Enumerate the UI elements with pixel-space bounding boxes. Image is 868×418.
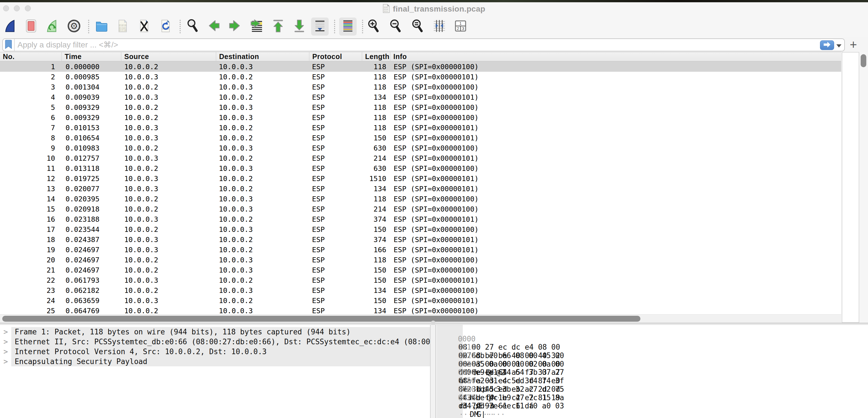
column-header-no[interactable]: No. (0, 52, 62, 61)
column-header-time[interactable]: Time (62, 52, 121, 61)
packet-length: 150 (362, 266, 391, 274)
packet-length: 118 (362, 73, 391, 81)
find-packet-button[interactable] (184, 19, 202, 34)
magnifier-icon (186, 19, 200, 34)
packet-no: 17 (0, 226, 62, 234)
chevron-right-icon[interactable]: > (0, 356, 11, 366)
resize-columns-button[interactable] (431, 19, 448, 34)
column-header-length[interactable]: Length (362, 52, 391, 61)
packet-row[interactable]: 16 0.023188 10.0.0.3 10.0.0.2 ESP 374 ES… (0, 214, 841, 224)
packet-row[interactable]: 14 0.020395 10.0.0.2 10.0.0.3 ESP 118 ES… (0, 194, 841, 204)
zoom-in-button[interactable] (365, 19, 382, 34)
packet-row[interactable]: 10 0.012757 10.0.0.3 10.0.0.2 ESP 214 ES… (0, 153, 841, 163)
packet-row[interactable]: 20 0.024697 10.0.0.2 10.0.0.3 ESP 118 ES… (0, 255, 841, 265)
chevron-right-icon[interactable]: > (0, 327, 11, 337)
close-document-icon (137, 19, 151, 34)
svg-text:01110: 01110 (119, 29, 126, 32)
filter-bookmark-button[interactable] (3, 39, 15, 51)
titlebar: 010101100111 final_transmission.pcap (0, 2, 868, 16)
packet-time: 0.020395 (62, 195, 121, 203)
packet-no: 22 (0, 276, 62, 285)
column-header-destination[interactable]: Destination (216, 52, 309, 61)
packet-row[interactable]: 23 0.062182 10.0.0.2 10.0.0.3 ESP 134 ES… (0, 285, 841, 295)
packet-row[interactable]: 13 0.020077 10.0.0.3 10.0.0.2 ESP 134 ES… (0, 184, 841, 194)
packet-row[interactable]: 9 0.010983 10.0.0.2 10.0.0.3 ESP 630 ESP… (0, 143, 841, 153)
hex-bytes-left: dd 7d 93 61 c6 da (459, 402, 562, 410)
packet-row[interactable]: 17 0.023544 10.0.0.2 10.0.0.3 ESP 150 ES… (0, 224, 841, 234)
packet-destination: 10.0.0.2 (216, 185, 309, 193)
column-header-info[interactable]: Info (391, 52, 841, 61)
packet-row[interactable]: 25 0.064769 10.0.0.2 10.0.0.3 ESP 134 ES… (0, 306, 841, 315)
packet-length: 150 (362, 134, 391, 142)
go-to-first-packet-button[interactable] (269, 19, 287, 34)
packet-destination: 10.0.0.2 (216, 154, 309, 162)
packet-row[interactable]: 21 0.024697 10.0.0.2 10.0.0.3 ESP 150 ES… (0, 265, 841, 275)
packet-protocol: ESP (309, 83, 362, 91)
capture-options-button[interactable]: ⚙ (65, 19, 83, 34)
add-filter-button[interactable]: + (847, 39, 860, 50)
detail-row[interactable]: > Encapsulating Security Payload (0, 356, 430, 366)
packet-row[interactable]: 19 0.024697 10.0.0.3 10.0.0.2 ESP 166 ES… (0, 245, 841, 255)
close-file-button[interactable] (135, 19, 153, 34)
start-capture-button[interactable] (1, 19, 19, 34)
packet-source: 10.0.0.3 (121, 185, 216, 193)
stop-capture-button[interactable] (22, 19, 40, 34)
packet-row[interactable]: 3 0.001304 10.0.0.2 10.0.0.3 ESP 118 ESP… (0, 82, 841, 92)
vertical-scrollbar[interactable] (860, 52, 868, 323)
packet-row[interactable]: 7 0.010153 10.0.0.3 10.0.0.2 ESP 118 ESP… (0, 123, 841, 133)
horizontal-scrollbar[interactable] (0, 315, 841, 323)
go-to-packet-button[interactable] (248, 19, 266, 34)
go-to-last-packet-button[interactable] (290, 19, 308, 34)
auto-scroll-toggle-button[interactable] (311, 18, 329, 36)
vertical-scrollbar-thumb[interactable] (861, 54, 866, 67)
packet-row[interactable]: 18 0.024387 10.0.0.3 10.0.0.2 ESP 374 ES… (0, 234, 841, 245)
horizontal-scrollbar-thumb[interactable] (2, 316, 641, 322)
packet-destination: 10.0.0.3 (216, 307, 309, 315)
column-header-protocol[interactable]: Protocol (309, 52, 362, 61)
packet-row[interactable]: 4 0.009039 10.0.0.3 10.0.0.2 ESP 134 ESP… (0, 92, 841, 102)
hex-row[interactable]: 0010 00 68 b7 ba 40 00 40 32 6e a5 0a 00… (436, 335, 868, 344)
packet-protocol: ESP (309, 63, 362, 71)
go-back-button[interactable] (205, 19, 223, 34)
packet-row[interactable]: 15 0.020918 10.0.0.2 10.0.0.3 ESP 214 ES… (0, 204, 841, 214)
detail-row[interactable]: > Ethernet II, Src: PCSSystemtec_db:e0:6… (0, 337, 430, 347)
display-filter-field[interactable] (2, 38, 845, 51)
packet-row[interactable]: 6 0.009329 10.0.0.2 10.0.0.3 ESP 118 ESP… (0, 112, 841, 123)
packet-source: 10.0.0.2 (121, 287, 216, 295)
packet-no: 7 (0, 124, 62, 132)
hex-row[interactable]: 0000 08 00 27 ec dc e4 08 00 27 db e0 66… (436, 327, 868, 335)
packet-row[interactable]: 22 0.061793 10.0.0.3 10.0.0.2 ESP 150 ES… (0, 275, 841, 285)
pane-splitter-vertical[interactable] (430, 325, 436, 418)
restart-capture-button[interactable] (43, 19, 61, 34)
layout-chooser-button[interactable]: 123 (452, 19, 469, 34)
display-filter-input[interactable] (18, 39, 805, 50)
packet-row[interactable]: 5 0.009329 10.0.0.2 10.0.0.3 ESP 118 ESP… (0, 102, 841, 112)
packet-length: 134 (362, 287, 391, 295)
zoom-out-button[interactable] (387, 19, 404, 34)
apply-filter-button[interactable] (820, 40, 834, 50)
filter-dropdown-caret[interactable] (836, 44, 841, 48)
packet-length: 374 (362, 215, 391, 223)
packet-row[interactable]: 11 0.013118 10.0.0.2 10.0.0.3 ESP 630 ES… (0, 163, 841, 173)
packet-row[interactable]: 1 0.000000 10.0.0.2 10.0.0.3 ESP 118 ESP… (0, 62, 841, 72)
packet-source: 10.0.0.3 (121, 236, 216, 244)
open-file-button[interactable] (93, 19, 111, 34)
column-header-source[interactable]: Source (121, 52, 216, 61)
hex-offset: 0010 (454, 343, 480, 352)
chevron-right-icon[interactable]: > (0, 347, 11, 357)
packet-row[interactable]: 12 0.019725 10.0.0.3 10.0.0.2 ESP 1510 E… (0, 173, 841, 184)
reload-file-button[interactable]: 0110 (157, 19, 174, 34)
chevron-right-icon[interactable]: > (0, 337, 11, 347)
go-forward-button[interactable] (226, 19, 243, 34)
colorize-toggle-button[interactable] (339, 18, 356, 36)
packet-row[interactable]: 2 0.000985 10.0.0.3 10.0.0.2 ESP 118 ESP… (0, 72, 841, 82)
packet-time: 0.010153 (62, 124, 121, 132)
packet-row[interactable]: 24 0.063659 10.0.0.3 10.0.0.2 ESP 150 ES… (0, 295, 841, 306)
pane-splitter-handle[interactable] (431, 321, 435, 325)
packet-row[interactable]: 8 0.010654 10.0.0.3 10.0.0.2 ESP 150 ESP… (0, 133, 841, 143)
detail-row[interactable]: > Frame 1: Packet, 118 bytes on wire (94… (0, 327, 430, 337)
packet-length: 1510 (362, 175, 391, 183)
detail-row[interactable]: > Internet Protocol Version 4, Src: 10.0… (0, 347, 430, 357)
zoom-normal-button[interactable] (409, 19, 426, 34)
save-file-button[interactable]: 010100110101110 (114, 19, 131, 34)
